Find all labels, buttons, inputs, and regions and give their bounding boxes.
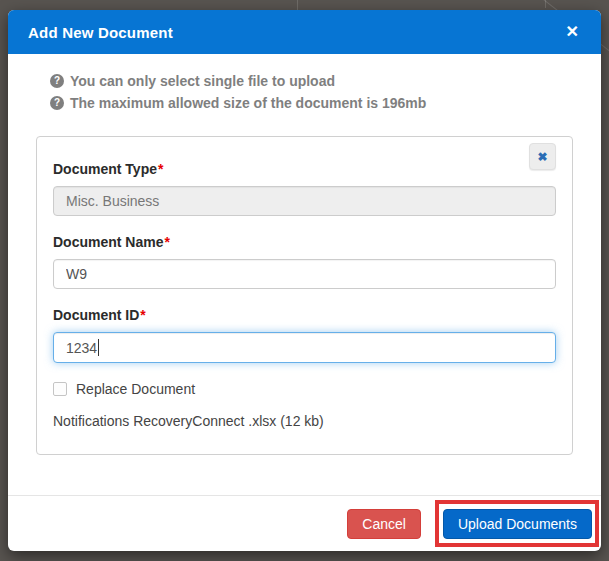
label-text: Document ID — [53, 307, 139, 323]
clear-x-icon: ✖ — [537, 151, 547, 163]
document-type-label: Document Type* — [53, 161, 556, 178]
selected-file-info: Notifications RecoveryConnect .xlsx (12 … — [53, 413, 556, 430]
document-form-panel: ✖ Document Type* Document Name* Document… — [36, 136, 573, 455]
required-asterisk: * — [158, 161, 163, 177]
label-text: Document Type — [53, 161, 157, 177]
document-type-input — [53, 186, 556, 216]
required-asterisk: * — [140, 307, 145, 323]
cancel-button[interactable]: Cancel — [347, 509, 421, 539]
backdrop-artifact-line — [297, 0, 298, 10]
note-text: You can only select single file to uploa… — [70, 70, 335, 92]
annotation-highlight-box: Upload Documents — [435, 500, 599, 547]
note-text: The maximum allowed size of the document… — [70, 92, 426, 114]
replace-document-row: Replace Document — [53, 381, 556, 397]
document-id-field-wrap — [53, 332, 556, 363]
replace-document-label: Replace Document — [76, 381, 195, 397]
modal-body: ? You can only select single file to upl… — [8, 54, 601, 495]
question-circle-icon: ? — [50, 74, 64, 88]
required-asterisk: * — [164, 234, 169, 250]
question-circle-icon: ? — [50, 96, 64, 110]
document-name-input[interactable] — [53, 259, 556, 289]
label-text: Document Name — [53, 234, 163, 250]
clear-document-button[interactable]: ✖ — [529, 143, 556, 170]
add-new-document-modal: Add New Document ✕ ? You can only select… — [8, 10, 601, 551]
modal-title: Add New Document — [28, 24, 173, 41]
document-id-label: Document ID* — [53, 307, 556, 324]
upload-documents-button[interactable]: Upload Documents — [443, 509, 592, 539]
note-max-size: ? The maximum allowed size of the docume… — [50, 92, 573, 114]
document-id-input[interactable] — [53, 332, 556, 363]
document-name-label: Document Name* — [53, 234, 556, 251]
replace-document-checkbox[interactable] — [53, 382, 67, 396]
modal-footer: Cancel Upload Documents — [8, 495, 601, 551]
note-single-file: ? You can only select single file to upl… — [50, 70, 573, 92]
text-cursor — [98, 339, 99, 356]
modal-header: Add New Document ✕ — [8, 10, 601, 54]
close-icon[interactable]: ✕ — [564, 22, 581, 42]
